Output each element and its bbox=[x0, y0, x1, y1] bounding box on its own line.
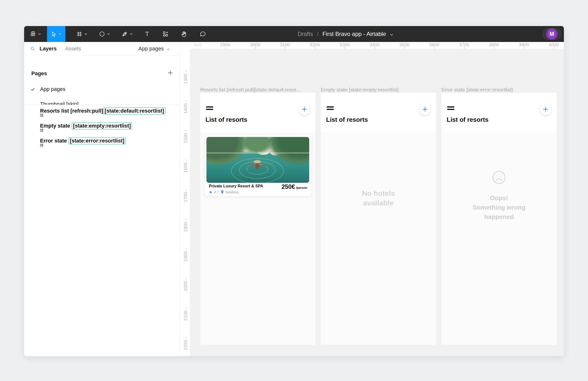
avatar-initial: M bbox=[549, 31, 554, 37]
ruler-tick: 3300 bbox=[340, 42, 350, 47]
frame-layer-icon bbox=[30, 123, 44, 138]
ruler-tick: 1400 bbox=[183, 104, 188, 114]
app-screen-title: List of resorts bbox=[206, 116, 247, 124]
resort-card[interactable]: Private Luxury Resort & SPA ★ 4.7 Maldiv… bbox=[205, 135, 311, 196]
menu-icon[interactable] bbox=[327, 106, 334, 111]
app-body: Oops! Something wrong happened bbox=[441, 133, 557, 345]
layer-state-tag: [state:error:resortlist] bbox=[68, 137, 126, 145]
resort-rating: 4.7 bbox=[214, 190, 218, 194]
pages-title: Pages bbox=[31, 70, 47, 77]
tab-assets[interactable]: Assets bbox=[65, 42, 81, 55]
page-item-label: App pages bbox=[40, 86, 65, 92]
hand-tool-button[interactable] bbox=[177, 26, 190, 42]
error-state-message: Oops! Something wrong happened bbox=[441, 193, 557, 222]
resort-photo bbox=[207, 137, 309, 183]
frame-icon bbox=[76, 31, 83, 37]
ruler-tick: 3200 bbox=[310, 42, 320, 47]
ruler-tick: 1600 bbox=[183, 163, 188, 173]
breadcrumb-folder[interactable]: Drafts bbox=[298, 31, 313, 37]
frame-label-empty-state[interactable]: Empty state [state:empty:resortlist] bbox=[321, 87, 436, 93]
chevron-down-icon bbox=[38, 33, 41, 35]
tab-layers[interactable]: Layers bbox=[40, 42, 57, 55]
sad-face-icon bbox=[492, 170, 506, 186]
vertical-ruler: 1300 1400 1500 1600 1700 1800 1900 2000 … bbox=[180, 49, 190, 356]
comment-icon bbox=[199, 31, 206, 37]
layer-row-empty-state[interactable]: Empty state [state:empty:resortlist] bbox=[24, 122, 179, 130]
price-unit: /person bbox=[296, 186, 307, 190]
page-item-app-pages[interactable]: App pages bbox=[24, 85, 179, 94]
error-state-line: happened bbox=[441, 212, 557, 222]
error-state-line: Oops! bbox=[441, 193, 557, 203]
pages-list: App pages Thumbnail [skip] bbox=[24, 81, 179, 105]
canvas[interactable]: Resorts list [refresh:pull][state:defaul… bbox=[190, 49, 564, 356]
account-pill[interactable]: M bbox=[542, 28, 562, 40]
comment-tool-button[interactable] bbox=[196, 26, 209, 42]
add-resort-button[interactable] bbox=[419, 104, 431, 115]
pages-section-header: Pages bbox=[24, 69, 179, 79]
main-menu-button[interactable] bbox=[27, 26, 43, 42]
move-tool-button[interactable] bbox=[47, 26, 65, 42]
checkmark-icon bbox=[30, 87, 35, 93]
layer-state-tag: [state:default:resortlist] bbox=[103, 107, 166, 115]
ruler-tick: 1300 bbox=[183, 74, 188, 84]
chevron-down-icon[interactable] bbox=[390, 31, 393, 37]
text-tool-button[interactable] bbox=[142, 26, 152, 42]
app-header: List of resorts bbox=[321, 93, 436, 133]
resort-price: 250€ /person bbox=[281, 183, 307, 190]
menu-icon[interactable] bbox=[206, 106, 213, 111]
cursor-icon bbox=[51, 31, 57, 37]
search-icon[interactable] bbox=[30, 46, 36, 53]
ruler-tick: 800 bbox=[194, 42, 202, 47]
app-header: List of resorts bbox=[200, 93, 315, 133]
empty-state-message: No hotels available bbox=[321, 189, 436, 208]
figma-logo-icon bbox=[30, 31, 36, 37]
ruler-tick: 3600 bbox=[429, 42, 440, 47]
resort-meta: ★ 4.7 Maldives bbox=[209, 190, 239, 194]
frame-error-state[interactable]: List of resorts Oops! Something wrong ha… bbox=[441, 93, 557, 345]
ruler-tick: 2200 bbox=[183, 340, 188, 350]
page-item-thumbnail[interactable]: Thumbnail [skip] bbox=[24, 100, 179, 105]
shape-tool-button[interactable] bbox=[96, 26, 112, 42]
ruler-tick: 2900 bbox=[220, 42, 230, 47]
file-title[interactable]: First Bravo app - Airtable bbox=[322, 31, 386, 37]
add-page-button[interactable] bbox=[167, 69, 174, 77]
chevron-down-icon bbox=[130, 33, 133, 35]
frame-empty-state[interactable]: List of resorts No hotels available bbox=[321, 93, 436, 345]
chevron-down-icon bbox=[59, 33, 62, 35]
page-dropdown[interactable]: App pages bbox=[138, 42, 170, 55]
app-screen-title: List of resorts bbox=[447, 116, 488, 124]
price-amount: 250€ bbox=[281, 183, 295, 190]
frame-resorts-list[interactable]: List of resorts bbox=[200, 93, 315, 345]
layer-row-resorts-list[interactable]: Resorts list [refresh:pull][state:defaul… bbox=[24, 106, 179, 115]
add-resort-button[interactable] bbox=[540, 104, 551, 115]
frame-tool-button[interactable] bbox=[74, 26, 90, 42]
ruler-tick: 3800 bbox=[489, 42, 499, 47]
pen-tool-button[interactable] bbox=[119, 26, 135, 42]
layer-row-error-state[interactable]: Error state [state:error:resortlist] bbox=[24, 136, 179, 145]
add-resort-button[interactable] bbox=[299, 104, 310, 115]
frame-label-resorts-list[interactable]: Resorts list [refresh:pull][state:defaul… bbox=[200, 87, 315, 93]
app-body: No hotels available bbox=[321, 133, 436, 345]
layer-state-tag: [state:empty:resortlist] bbox=[72, 122, 132, 129]
menu-icon[interactable] bbox=[447, 106, 454, 111]
resort-location: Maldives bbox=[226, 190, 239, 194]
text-icon bbox=[144, 31, 150, 37]
layer-name: Resorts list [refresh:pull] bbox=[40, 108, 103, 114]
ruler-tick: 3000 bbox=[250, 42, 260, 47]
ruler-tick: 3700 bbox=[459, 42, 469, 47]
app-screen-title: List of resorts bbox=[326, 116, 368, 124]
ruler-tick: 3900 bbox=[519, 42, 529, 47]
component-tool-button[interactable] bbox=[159, 26, 172, 42]
chevron-down-icon bbox=[107, 33, 110, 35]
ellipse-icon bbox=[99, 31, 105, 37]
hand-icon bbox=[181, 31, 188, 37]
breadcrumb-separator: / bbox=[317, 31, 319, 37]
horizontal-ruler: 800 2900 3000 3100 3200 3300 3400 3500 3… bbox=[190, 42, 564, 49]
page-dropdown-label: App pages bbox=[138, 45, 164, 52]
frame-label-error-state[interactable]: Error state [state:error:resortlist] bbox=[441, 87, 557, 93]
ruler-tick: 1900 bbox=[183, 251, 188, 261]
page-item-label: Thumbnail [skip] bbox=[40, 101, 79, 105]
component-icon bbox=[162, 31, 169, 37]
avatar[interactable]: M bbox=[546, 28, 557, 40]
empty-state-line: available bbox=[321, 198, 436, 208]
